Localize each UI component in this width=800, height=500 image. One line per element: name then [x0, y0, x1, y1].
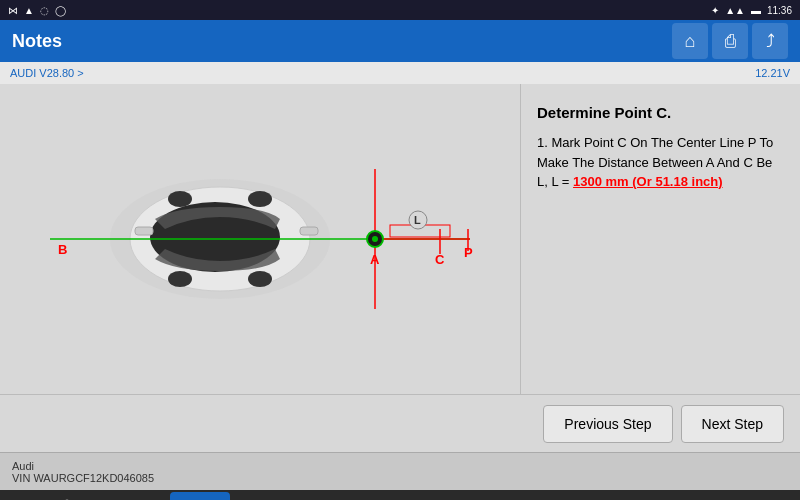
image-nav-button[interactable]: [170, 492, 230, 500]
svg-point-8: [248, 271, 272, 287]
instructions-heading: Determine Point C.: [537, 104, 784, 121]
export-button[interactable]: ⤴: [752, 23, 788, 59]
bottom-nav: VCI: [0, 490, 800, 500]
main-content: B A C P L L Determine Point C. 1. Mark P…: [0, 84, 800, 394]
svg-point-16: [372, 236, 378, 242]
svg-text:L: L: [414, 214, 421, 226]
next-step-button[interactable]: Next Step: [681, 405, 784, 443]
vehicle-brand: Audi: [12, 460, 154, 472]
signal-strength-icon: ▲▲: [725, 5, 745, 16]
svg-text:A: A: [370, 252, 380, 267]
svg-text:B: B: [58, 242, 67, 257]
instructions-panel: Determine Point C. 1. Mark Point C On Th…: [520, 84, 800, 394]
svg-point-6: [248, 191, 272, 207]
vehicle-vin: VIN WAURGCF12KD046085: [12, 472, 154, 484]
bt-icon: ⋈: [8, 5, 18, 16]
settings-nav-button[interactable]: [37, 492, 97, 500]
svg-rect-4: [300, 227, 318, 235]
previous-step-button[interactable]: Previous Step: [543, 405, 672, 443]
print-button[interactable]: ⎙: [712, 23, 748, 59]
instructions-text: 1. Mark Point C On The Center Line P To …: [537, 133, 784, 192]
home-nav-button[interactable]: [570, 492, 630, 500]
clock-icon: ◯: [55, 5, 66, 16]
svg-point-7: [168, 271, 192, 287]
wifi-icon: ◌: [40, 5, 49, 16]
status-bar: ⋈ ▲ ◌ ◯ ✦ ▲▲ ▬ 11:36: [0, 0, 800, 20]
vehicle-info: Audi VIN WAURGCF12KD046085: [12, 460, 154, 484]
status-right: ✦ ▲▲ ▬ 11:36: [711, 5, 792, 16]
info-bar: Audi VIN WAURGCF12KD046085: [0, 452, 800, 490]
header-title: Notes: [12, 31, 62, 52]
svg-rect-3: [135, 227, 153, 235]
breadcrumb-path: AUDI V28.80 >: [10, 67, 84, 79]
bluetooth-icon: ✦: [711, 5, 719, 16]
time-display: 11:36: [767, 5, 792, 16]
svg-point-5: [168, 191, 192, 207]
signal-icon: ▲: [24, 5, 34, 16]
svg-text:P: P: [464, 245, 473, 260]
home-button[interactable]: ⌂: [672, 23, 708, 59]
battery-icon: ▬: [751, 5, 761, 16]
vci-nav-button[interactable]: VCI: [303, 492, 363, 500]
breadcrumb: AUDI V28.80 > 12.21V: [0, 62, 800, 84]
header-icons: ⌂ ⎙ ⤴: [672, 23, 788, 59]
svg-text:C: C: [435, 252, 445, 267]
car-diagram: B A C P L L: [0, 84, 520, 394]
version-info: 12.21V: [755, 67, 790, 79]
status-left: ⋈ ▲ ◌ ◯: [8, 5, 66, 16]
header: Notes ⌂ ⎙ ⤴: [0, 20, 800, 62]
action-bar: Previous Step Next Step: [0, 394, 800, 452]
windows-nav-button[interactable]: [437, 492, 497, 500]
back-nav-button[interactable]: [703, 492, 763, 500]
diagram-svg: B A C P L L: [20, 99, 500, 379]
measurement-value: 1300 mm (Or 51.18 inch): [573, 174, 723, 189]
